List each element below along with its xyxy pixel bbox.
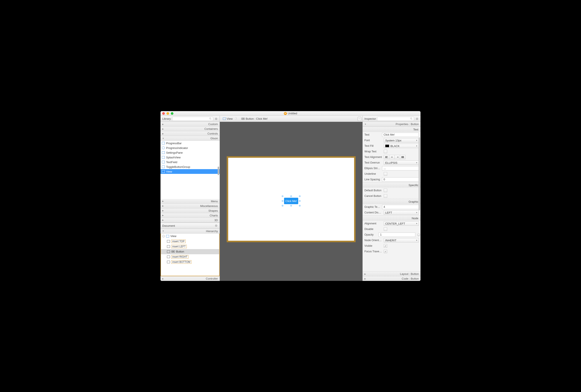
library-category-menu[interactable]: ▶Menu (160, 199, 220, 204)
svg-point-0 (209, 118, 211, 119)
resize-handle[interactable] (282, 205, 283, 206)
line-spacing-field[interactable] (382, 177, 419, 182)
prop-wrap-text: Wrap Text (363, 149, 421, 154)
ellipsis-field[interactable] (382, 166, 419, 170)
canvas-view[interactable]: Click Me! (228, 158, 354, 241)
svg-point-5 (216, 226, 217, 226)
library-category-custom[interactable]: ▶Custom (160, 122, 220, 126)
tree-item[interactable]: insert TOP (161, 239, 219, 244)
section-header-node[interactable]: Node (363, 216, 421, 221)
library-category-3d[interactable]: ▶3D (160, 218, 220, 223)
library-item[interactable]: SplashView (160, 155, 220, 160)
scrollbar-thumb[interactable] (419, 137, 420, 210)
slider-thumb[interactable] (417, 234, 420, 236)
minimize-window-icon[interactable] (166, 112, 169, 115)
svg-line-1 (211, 119, 211, 120)
tree-item[interactable]: insert BOTTOM (161, 260, 219, 264)
css-preview-icon[interactable] (358, 117, 361, 121)
canvas-area[interactable]: Click Me! (220, 122, 363, 281)
tree-item-selected[interactable]: OKButton (161, 249, 219, 254)
tree-item[interactable]: insert LEFT (161, 244, 219, 249)
scrollbar-thumb[interactable] (218, 166, 219, 175)
breadcrumb-segment[interactable]: View (221, 116, 234, 121)
node-orientation-combo[interactable]: INHERIT (384, 238, 419, 242)
library-category-shapes[interactable]: ▶Shapes (160, 208, 220, 213)
library-item[interactable]: SettingsPane (160, 150, 220, 155)
align-right-button[interactable] (395, 155, 400, 159)
prop-opacity: Opacity (363, 232, 421, 238)
text-fill-combo[interactable]: BLACK (384, 144, 419, 148)
resize-handle[interactable] (290, 196, 292, 197)
focus-traversable-checkbox[interactable] (384, 250, 387, 253)
cancel-button-checkbox[interactable] (384, 194, 387, 198)
resize-handle[interactable] (282, 200, 283, 202)
library-category-controls[interactable]: ▶Controls (160, 131, 220, 136)
hierarchy-tree: − View insert TOP insert LEFT OKButton i… (160, 234, 220, 276)
section-header-graphic[interactable]: Graphic (363, 199, 421, 204)
hierarchy-header[interactable]: ▼Hierarchy (160, 229, 220, 234)
graphic-text-gap-field[interactable] (382, 205, 419, 209)
library-category-miscellaneous[interactable]: ▶Miscellaneous (160, 204, 220, 208)
wrap-text-checkbox[interactable] (384, 150, 387, 153)
prop-text-alignment: Text Alignment (363, 154, 421, 160)
document-title: Document (162, 224, 175, 228)
inspector-code-header[interactable]: ▶Code : Button (363, 276, 421, 281)
component-icon (162, 170, 165, 173)
align-left-button[interactable] (384, 155, 389, 159)
alignment-combo[interactable]: CENTER_LEFT (384, 221, 419, 226)
font-combo[interactable]: System 13px (384, 138, 419, 142)
breadcrumb: View 〉 OKButton : Click Me! (220, 116, 363, 122)
prop-content-display: Content DisplayLEFT (363, 210, 421, 215)
visible-checkbox[interactable] (384, 244, 387, 248)
tree-item[interactable]: insert RIGHT (161, 254, 219, 260)
library-category-charts[interactable]: ▶Charts (160, 213, 220, 218)
ok-badge-icon: OK (241, 118, 245, 120)
opacity-field[interactable] (379, 232, 415, 237)
resize-handle[interactable] (282, 196, 283, 197)
resize-handle[interactable] (290, 205, 292, 206)
text-overrun-combo[interactable]: ELLIPSIS (384, 160, 419, 165)
slot-icon (167, 245, 170, 248)
library-item[interactable]: ProgressBar (160, 141, 220, 146)
prop-default-button: Default Button (363, 188, 421, 193)
collapse-icon[interactable]: − (162, 235, 165, 238)
gear-icon[interactable] (214, 224, 218, 228)
inspector-properties-header[interactable]: ▼Properties : Button (363, 122, 421, 126)
resize-handle[interactable] (299, 196, 300, 197)
library-item[interactable]: ProgressIndicator (160, 146, 220, 150)
titlebar[interactable]: ✺ Untitled (160, 111, 421, 116)
breadcrumb-segment[interactable]: OKButton : Click Me! (240, 116, 269, 121)
section-header-text[interactable]: Text (363, 127, 421, 132)
default-button-checkbox[interactable] (384, 189, 387, 192)
content-display-combo[interactable]: LEFT (384, 210, 419, 215)
slot-icon (167, 240, 170, 243)
text-field[interactable] (382, 132, 419, 137)
gear-icon[interactable] (214, 117, 218, 120)
align-center-button[interactable] (389, 155, 395, 159)
window-controls (162, 112, 173, 115)
library-header: Library (160, 116, 220, 122)
library-item[interactable]: ToggleButtonGroup (160, 164, 220, 169)
library-item[interactable]: TextField (160, 160, 220, 164)
disable-checkbox[interactable] (384, 228, 387, 231)
color-swatch-icon (385, 145, 389, 147)
inspector-search-input[interactable] (377, 117, 414, 121)
library-item-selected[interactable]: View (160, 169, 220, 174)
section-header-specific[interactable]: Specific (363, 182, 421, 188)
library-search-input[interactable] (172, 117, 213, 121)
inspector-title: Inspector (364, 117, 376, 120)
controller-section[interactable]: ▶Controller (160, 276, 220, 281)
align-justify-button[interactable] (400, 155, 406, 159)
underline-checkbox[interactable] (384, 172, 387, 176)
canvas-button[interactable]: Click Me! (284, 198, 298, 204)
library-category-containers[interactable]: ▶Containers (160, 126, 220, 131)
zoom-window-icon[interactable] (171, 112, 173, 115)
tree-root[interactable]: − View (161, 234, 219, 239)
close-window-icon[interactable] (162, 112, 165, 115)
gear-icon[interactable] (415, 117, 419, 120)
resize-handle[interactable] (299, 200, 300, 202)
resize-handle[interactable] (299, 205, 300, 206)
inspector-layout-header[interactable]: ▶Layout : Button (363, 272, 421, 276)
svg-line-7 (412, 119, 412, 120)
library-category-gluon[interactable]: ▼Gluon (160, 136, 220, 141)
